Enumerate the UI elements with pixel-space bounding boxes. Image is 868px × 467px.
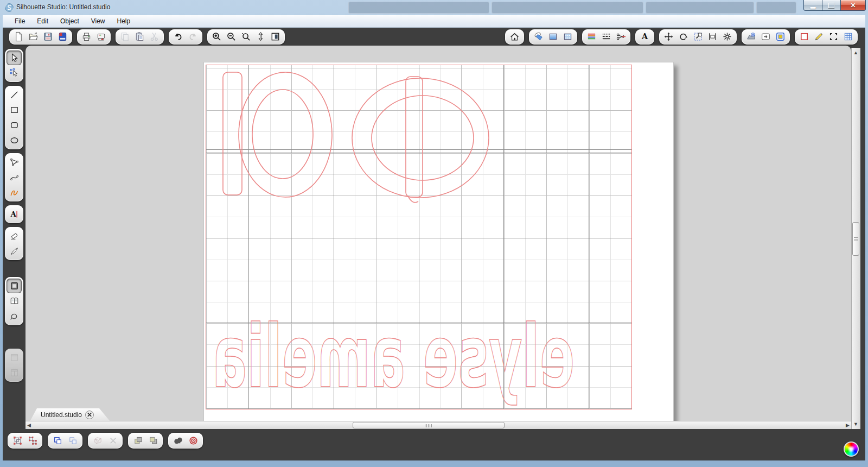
menu-view[interactable]: View bbox=[86, 16, 111, 27]
print-button[interactable] bbox=[80, 30, 93, 43]
eraser-button[interactable] bbox=[7, 229, 21, 243]
open-file-button[interactable] bbox=[27, 30, 40, 43]
draw-ellipse-button[interactable] bbox=[7, 134, 21, 147]
menu-object[interactable]: Object bbox=[55, 16, 85, 27]
layout-split-button[interactable] bbox=[7, 366, 21, 380]
toolbar-group bbox=[8, 433, 42, 449]
canvas-design[interactable]: elyse amelia bbox=[204, 62, 674, 425]
knife-button[interactable] bbox=[7, 244, 21, 258]
zoom-in-button[interactable] bbox=[210, 30, 224, 43]
vertical-scroll-thumb[interactable] bbox=[852, 222, 859, 256]
send-to-back-button[interactable] bbox=[146, 434, 160, 447]
weld-button[interactable] bbox=[91, 434, 105, 447]
modify-button[interactable]: M bbox=[744, 30, 758, 43]
scroll-right-arrow-icon[interactable]: ▶ bbox=[846, 421, 850, 429]
fill-gradient-button[interactable] bbox=[546, 30, 560, 43]
vertical-scrollbar[interactable]: ▲ ▼ bbox=[851, 48, 860, 429]
sketch-pen-button[interactable] bbox=[812, 30, 826, 43]
weld-selected-button[interactable] bbox=[171, 434, 185, 447]
grid-settings-button[interactable] bbox=[841, 30, 855, 43]
fill-color-button[interactable] bbox=[532, 30, 545, 43]
draw-polygon-button[interactable] bbox=[7, 155, 21, 169]
select-button[interactable] bbox=[7, 51, 21, 65]
send-to-device-button[interactable] bbox=[759, 30, 773, 43]
save-icon bbox=[43, 31, 53, 42]
design-page[interactable]: elyse amelia bbox=[203, 62, 674, 425]
maximize-icon bbox=[828, 3, 834, 8]
menu-bar: FileEditObjectViewHelp bbox=[3, 15, 865, 28]
undo-button[interactable] bbox=[171, 30, 185, 43]
group-button[interactable] bbox=[10, 434, 24, 447]
draw-rectangle-button[interactable] bbox=[7, 103, 21, 117]
draw-line-icon bbox=[9, 90, 20, 100]
redo-button[interactable] bbox=[186, 30, 200, 43]
paste-button[interactable] bbox=[133, 30, 146, 43]
menu-file[interactable]: File bbox=[9, 16, 30, 27]
make-compound-path-button[interactable] bbox=[50, 434, 65, 447]
cut-style-button[interactable] bbox=[614, 30, 628, 43]
monogram-letter-right[interactable] bbox=[352, 77, 489, 203]
draw-freehand-button[interactable] bbox=[7, 186, 21, 199]
object-color-button[interactable] bbox=[774, 30, 787, 43]
bring-to-front-button[interactable] bbox=[131, 434, 145, 447]
offset-button[interactable] bbox=[186, 434, 200, 447]
scale-button[interactable] bbox=[691, 30, 705, 43]
line-style-button[interactable] bbox=[599, 30, 613, 43]
close-button[interactable]: ✕ bbox=[840, 0, 866, 11]
replicate-button[interactable] bbox=[720, 30, 734, 43]
ungroup-button[interactable] bbox=[25, 434, 40, 447]
zoom-selection-button[interactable] bbox=[239, 30, 253, 43]
rotate-button[interactable] bbox=[676, 30, 690, 43]
redo-icon bbox=[188, 31, 198, 42]
save-button[interactable] bbox=[41, 30, 55, 43]
object-color-icon bbox=[775, 31, 786, 42]
pan-zoom-button[interactable] bbox=[254, 30, 267, 43]
align-button[interactable] bbox=[706, 30, 719, 43]
trace-button[interactable] bbox=[827, 30, 840, 43]
send-view-button[interactable] bbox=[7, 310, 21, 323]
design-page-view-button[interactable] bbox=[7, 279, 21, 293]
pan-zoom-icon bbox=[256, 31, 266, 42]
fill-pattern-button[interactable] bbox=[561, 30, 575, 43]
scroll-up-arrow-icon[interactable]: ▲ bbox=[853, 49, 858, 56]
line-color-button[interactable] bbox=[585, 30, 598, 43]
menu-help[interactable]: Help bbox=[112, 16, 136, 27]
toolbar-group bbox=[5, 153, 23, 201]
registration-marks-button[interactable] bbox=[797, 30, 811, 43]
text-tool-button[interactable]: A bbox=[7, 207, 21, 221]
design-text[interactable]: elyse amelia bbox=[212, 307, 575, 407]
draw-rectangle-icon bbox=[9, 105, 20, 115]
copy-button[interactable] bbox=[118, 30, 132, 43]
color-wheel-button[interactable] bbox=[844, 441, 859, 457]
layout-single-button[interactable] bbox=[7, 351, 21, 364]
zoom-out-button[interactable] bbox=[225, 30, 238, 43]
monogram-letter-left[interactable] bbox=[223, 72, 332, 197]
delete-button[interactable] bbox=[106, 434, 120, 447]
horizontal-scroll-thumb[interactable] bbox=[353, 422, 505, 428]
save-to-library-button[interactable] bbox=[56, 30, 69, 43]
draw-line-button[interactable] bbox=[7, 88, 21, 102]
scroll-down-arrow-icon[interactable]: ▼ bbox=[853, 420, 858, 428]
send-to-silhouette-button[interactable] bbox=[94, 30, 108, 43]
text-style-button[interactable]: A bbox=[638, 30, 652, 43]
minimize-button[interactable]: ▬ bbox=[803, 0, 822, 11]
move-button[interactable] bbox=[662, 30, 675, 43]
tab-close-icon[interactable]: ✕ bbox=[85, 411, 94, 419]
cut-button[interactable] bbox=[148, 30, 161, 43]
point-editing-button[interactable] bbox=[7, 66, 21, 80]
release-compound-path-button[interactable] bbox=[66, 434, 80, 447]
draw-curve-button[interactable] bbox=[7, 171, 21, 184]
library-view-button[interactable] bbox=[7, 294, 21, 308]
horizontal-scrollbar[interactable]: ◀ ▶ bbox=[25, 421, 851, 429]
maximize-button[interactable] bbox=[822, 0, 840, 11]
app-logo-icon bbox=[4, 3, 14, 12]
design-page-settings-button[interactable] bbox=[508, 30, 521, 43]
scroll-left-arrow-icon[interactable]: ◀ bbox=[27, 421, 31, 429]
workspace[interactable]: elyse amelia Untitled.studio ✕ ◀ ▶ bbox=[25, 46, 851, 429]
document-tab[interactable]: Untitled.studio ✕ bbox=[30, 408, 110, 421]
draw-rounded-rectangle-button[interactable] bbox=[7, 118, 21, 132]
fit-to-page-button[interactable] bbox=[269, 30, 282, 43]
new-document-button[interactable] bbox=[12, 30, 25, 43]
ungroup-icon bbox=[28, 436, 38, 446]
menu-edit[interactable]: Edit bbox=[31, 16, 54, 27]
